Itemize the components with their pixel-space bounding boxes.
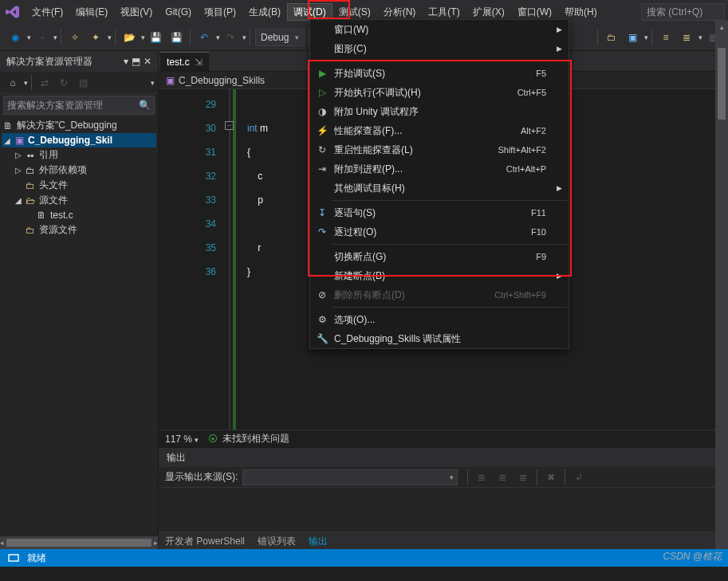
- tab-powershell[interactable]: 开发者 PowerShell: [159, 532, 251, 550]
- out-btn3-icon[interactable]: ≣: [514, 468, 533, 487]
- tab-error-list[interactable]: 错误列表: [251, 532, 302, 550]
- tree-solution[interactable]: 🗎 解决方案"C_Debugging: [2, 118, 156, 133]
- tab-testc[interactable]: test.c⇲: [160, 52, 209, 71]
- dropdown-icon[interactable]: ▾: [24, 79, 28, 87]
- nav-back-icon[interactable]: ◉: [6, 28, 25, 47]
- dropdown-icon[interactable]: ▾: [644, 33, 648, 41]
- editor-scrollbar[interactable]: ▴: [715, 89, 728, 430]
- menu-help[interactable]: 帮助(H): [558, 3, 604, 21]
- dd-relaunch-perf[interactable]: ↻重启性能探查器(L)Shift+Alt+F2: [310, 140, 569, 159]
- output-toolbar: 显示输出来源(S): ▾ ≣ ≣ ≣ ✖ ↲: [159, 467, 728, 488]
- play-outline-icon: ▷: [315, 87, 329, 98]
- save-icon[interactable]: 💾: [146, 28, 165, 47]
- add-item-icon[interactable]: ✦: [86, 28, 105, 47]
- solution-search[interactable]: 搜索解决方案资源管理 🔍: [3, 96, 155, 115]
- dropdown-icon[interactable]: ▾: [216, 33, 220, 41]
- menu-git[interactable]: Git(G): [159, 3, 198, 21]
- collapse-icon[interactable]: −: [225, 121, 234, 130]
- editor-status-bar: 117 % ▾ ⦿ 未找到相关问题: [159, 430, 728, 447]
- dd-step-into[interactable]: ↧逐语句(S)F11: [310, 203, 569, 222]
- pin-icon[interactable]: ⬒: [132, 56, 140, 67]
- refresh-icon[interactable]: ↻: [55, 74, 73, 92]
- sidebar-scrollbar[interactable]: ◂▸: [0, 536, 158, 549]
- delete-bp-icon: ⊘: [315, 289, 329, 300]
- redo-icon[interactable]: ↷: [221, 28, 240, 47]
- dd-other-targets[interactable]: 其他调试目标(H)▶: [310, 179, 569, 198]
- dd-window[interactable]: 窗口(W)▶: [310, 20, 569, 39]
- dd-start-nodebug[interactable]: ▷开始执行(不调试)(H)Ctrl+F5: [310, 83, 569, 102]
- folder-icon: 🗀: [24, 179, 37, 192]
- menu-file[interactable]: 文件(F): [26, 3, 69, 21]
- dropdown-icon[interactable]: ▾: [108, 33, 112, 41]
- dropdown-icon[interactable]: ▾: [53, 33, 57, 41]
- panel-menu-icon[interactable]: ▾: [124, 56, 128, 67]
- perf-icon: ⚡: [315, 125, 329, 136]
- dropdown-icon[interactable]: ▾: [242, 33, 246, 41]
- menu-project[interactable]: 项目(P): [198, 3, 242, 21]
- tree-external[interactable]: ▷🗀 外部依赖项: [2, 163, 156, 178]
- tree-testc[interactable]: 🗎 test.c: [2, 208, 156, 222]
- panel-toolbar: ⌂ ▾ ⇄ ↻ ▤ ▾: [0, 72, 158, 94]
- dd-perf[interactable]: ⚡性能探查器(F)...Alt+F2: [310, 121, 569, 140]
- dropdown-icon[interactable]: ▾: [27, 33, 31, 41]
- menu-tools[interactable]: 工具(T): [422, 3, 466, 21]
- tree-headers[interactable]: 🗀 头文件: [2, 178, 156, 193]
- no-issues-text: 未找到相关问题: [222, 432, 289, 446]
- out-btn2-icon[interactable]: ≣: [493, 468, 512, 487]
- nav-fwd-icon[interactable]: →: [32, 28, 51, 47]
- menu-view[interactable]: 视图(V): [114, 3, 159, 21]
- watermark-text: CSDN @楂花: [663, 550, 722, 563]
- dd-step-over[interactable]: ↷逐过程(O)F10: [310, 222, 569, 241]
- undo-icon[interactable]: ↶: [195, 28, 214, 47]
- dd-new-bp[interactable]: 新建断点(B)▶: [310, 266, 569, 285]
- save-all-icon[interactable]: 💾: [167, 28, 186, 47]
- menu-build[interactable]: 生成(B): [242, 3, 287, 21]
- status-ready: 就绪: [27, 552, 46, 565]
- output-source-combo[interactable]: ▾: [242, 469, 458, 485]
- menu-edit[interactable]: 编辑(E): [69, 3, 114, 21]
- tree-sources[interactable]: ◢🗁 源文件: [2, 193, 156, 208]
- new-project-icon[interactable]: ✧: [65, 28, 85, 47]
- close-icon[interactable]: ✕: [144, 56, 152, 67]
- menu-extensions[interactable]: 扩展(X): [466, 3, 511, 21]
- dd-props[interactable]: 🔧C_Debugging_Skills 调试属性: [310, 329, 569, 348]
- tb-stack-icon[interactable]: ≡: [656, 28, 675, 47]
- menu-analyze[interactable]: 分析(N): [377, 3, 423, 21]
- out-clear-icon[interactable]: ✖: [541, 468, 561, 487]
- global-search[interactable]: 搜索 (Ctrl+Q): [641, 3, 725, 21]
- menu-debug[interactable]: 调试(D): [287, 3, 333, 21]
- dd-options[interactable]: ⚙选项(O)...: [310, 310, 569, 329]
- menu-window[interactable]: 窗口(W): [511, 3, 558, 21]
- sync-icon[interactable]: ⇄: [36, 74, 53, 92]
- out-wrap-icon[interactable]: ↲: [569, 468, 588, 487]
- open-file-icon[interactable]: 📂: [120, 28, 139, 47]
- relaunch-icon: ↻: [315, 144, 329, 155]
- dropdown-icon[interactable]: ▾: [141, 33, 145, 41]
- tb-stack2-icon[interactable]: ≣: [677, 28, 696, 47]
- dd-start-debug[interactable]: ▶开始调试(S)F5: [310, 64, 569, 83]
- external-icon: 🗀: [24, 164, 37, 177]
- solution-tree: 🗎 解决方案"C_Debugging ◢▣ C_Debugging_Skil ▷…: [0, 116, 158, 536]
- tb-window-icon[interactable]: ▣: [623, 28, 642, 47]
- dropdown-icon[interactable]: ▾: [151, 79, 155, 87]
- dropdown-icon[interactable]: ▾: [698, 33, 702, 41]
- out-btn1-icon[interactable]: ≣: [472, 468, 491, 487]
- tree-project[interactable]: ◢▣ C_Debugging_Skil: [2, 133, 156, 147]
- wrench-icon: 🔧: [315, 333, 329, 344]
- config-combo[interactable]: Debug▾: [255, 29, 305, 46]
- tree-refs[interactable]: ▷▪▪ 引用: [2, 147, 156, 163]
- pin-icon[interactable]: ⇲: [195, 57, 203, 68]
- tb-folder-icon[interactable]: 🗀: [602, 28, 621, 47]
- dd-attach-unity[interactable]: ◑附加 Unity 调试程序: [310, 102, 569, 121]
- menu-test[interactable]: 测试(S): [333, 3, 377, 21]
- filter-icon[interactable]: ▤: [74, 74, 92, 92]
- home-icon[interactable]: ⌂: [4, 74, 22, 92]
- solution-icon: 🗎: [2, 120, 14, 132]
- dd-graphics[interactable]: 图形(C)▶: [310, 39, 569, 58]
- tree-resources[interactable]: 🗀 资源文件: [2, 222, 156, 238]
- tab-output[interactable]: 输出: [302, 532, 334, 550]
- code-body[interactable]: − int m { c p r }: [233, 89, 268, 430]
- dd-attach-proc[interactable]: ⇥附加到进程(P)...Ctrl+Alt+P: [310, 159, 569, 179]
- dd-toggle-bp[interactable]: 切换断点(G)F9: [310, 247, 569, 266]
- zoom-combo[interactable]: 117 % ▾: [165, 434, 199, 445]
